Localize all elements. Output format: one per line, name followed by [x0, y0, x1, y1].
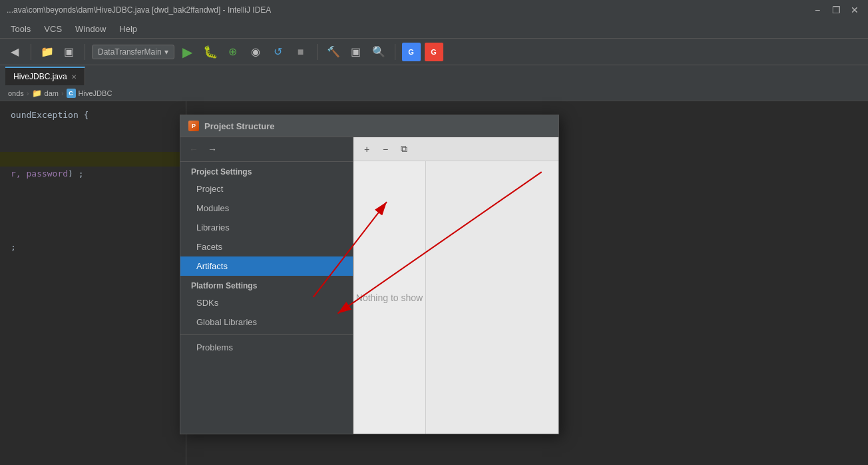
- menu-bar: Tools VCS Window Help: [0, 20, 868, 39]
- platform-settings-header: Platform Settings: [180, 276, 353, 293]
- sidebar-item-project[interactable]: Project: [180, 179, 353, 199]
- nav-back-button[interactable]: ←: [186, 141, 202, 157]
- add-artifact-button[interactable]: +: [359, 141, 375, 157]
- breadcrumb-item-hivejdbc[interactable]: HiveJDBC: [79, 89, 112, 97]
- sidebar-item-problems[interactable]: Problems: [180, 338, 353, 357]
- right-panel: [425, 161, 558, 434]
- dialog-title: Project Structure: [204, 121, 274, 131]
- stop-button[interactable]: ■: [292, 43, 310, 61]
- dialog-overlay: P Project Structure ← → Project Settings…: [0, 101, 868, 465]
- back-button[interactable]: ◀: [5, 43, 24, 61]
- tab-label: HiveJDBC.java: [13, 72, 67, 81]
- breadcrumb-bar: onds › 📁 dam › C HiveJDBC: [0, 85, 868, 101]
- menu-vcs[interactable]: VCS: [39, 21, 67, 37]
- run-config-arrow: ▾: [164, 47, 168, 57]
- folder-icon-dam: 📁: [32, 89, 42, 98]
- sidebar-item-libraries[interactable]: Libraries: [180, 218, 353, 237]
- profile-button[interactable]: ◉: [246, 43, 265, 61]
- debug-button[interactable]: 🐛: [201, 43, 220, 61]
- dialog-body: ← → Project Settings Project Modules Lib…: [180, 137, 558, 434]
- copy-artifact-button[interactable]: ⧉: [396, 141, 412, 157]
- title-bar: ...ava\com\beyonds\dam\HiveJDBC.java [dw…: [0, 0, 868, 20]
- menu-help[interactable]: Help: [114, 21, 142, 37]
- sidebar-divider: [180, 334, 353, 335]
- project-settings-header: Project Settings: [180, 162, 353, 179]
- dialog-title-bar: P Project Structure: [180, 115, 558, 137]
- sidebar-item-modules[interactable]: Modules: [180, 199, 353, 218]
- build-icon[interactable]: 🔨: [324, 43, 343, 61]
- app-title: ...ava\com\beyonds\dam\HiveJDBC.java [dw…: [7, 5, 271, 15]
- update-button[interactable]: ↺: [269, 43, 288, 61]
- window-frame-icon[interactable]: ▣: [347, 43, 365, 61]
- run-config-selector[interactable]: DataTransferMain ▾: [92, 45, 174, 59]
- folder-icon[interactable]: 📁: [38, 43, 57, 61]
- toolbar-sep-1: [31, 44, 31, 60]
- toolbar: ◀ 📁 ▣ DataTransferMain ▾ ▶ 🐛 ⊕ ◉ ↺ ■ 🔨 ▣…: [0, 39, 868, 65]
- tab-close-button[interactable]: ✕: [71, 73, 77, 81]
- dialog-icon: P: [188, 121, 199, 131]
- maximize-button[interactable]: ❐: [829, 3, 843, 17]
- dialog-content: + − ⧉ Nothing to show: [353, 137, 558, 434]
- frame-icon[interactable]: ▣: [59, 43, 78, 61]
- remove-artifact-button[interactable]: −: [377, 141, 393, 157]
- toolbar-sep-4: [395, 44, 395, 60]
- toolbar-sep-3: [317, 44, 318, 60]
- breadcrumb-item-dam[interactable]: dam: [45, 89, 59, 97]
- menu-window[interactable]: Window: [70, 21, 111, 37]
- sidebar-item-global-libraries[interactable]: Global Libraries: [180, 312, 353, 332]
- content-toolbar: + − ⧉: [353, 137, 558, 161]
- close-button[interactable]: ✕: [848, 3, 861, 17]
- toolbar-sep-2: [85, 44, 85, 60]
- google-icon-2[interactable]: G: [425, 43, 443, 61]
- minimize-button[interactable]: −: [811, 3, 824, 17]
- run-config-label: DataTransferMain: [98, 47, 162, 57]
- menu-tools[interactable]: Tools: [5, 21, 36, 37]
- run-button[interactable]: ▶: [178, 43, 197, 61]
- dialog-sidebar: ← → Project Settings Project Modules Lib…: [180, 137, 353, 434]
- sidebar-item-sdks[interactable]: SDKs: [180, 293, 353, 312]
- editor-tabs: HiveJDBC.java ✕: [0, 65, 868, 85]
- google-signin-icon[interactable]: G: [402, 43, 421, 61]
- sidebar-item-facets[interactable]: Facets: [180, 237, 353, 256]
- sidebar-item-artifacts[interactable]: Artifacts: [180, 256, 353, 276]
- nothing-to-show-label: Nothing to show: [356, 292, 423, 303]
- search-everywhere-icon[interactable]: 🔍: [369, 43, 388, 61]
- main-area: oundException { r, password) ; ; P Proje…: [0, 101, 868, 465]
- class-icon: C: [67, 89, 76, 98]
- tab-hivejdbc[interactable]: HiveJDBC.java ✕: [5, 67, 85, 85]
- project-structure-dialog: P Project Structure ← → Project Settings…: [180, 115, 559, 434]
- nav-forward-button[interactable]: →: [204, 141, 220, 157]
- breadcrumb-item-onds[interactable]: onds: [8, 89, 24, 97]
- coverage-button[interactable]: ⊕: [224, 43, 242, 61]
- empty-content-area: Nothing to show: [353, 161, 425, 434]
